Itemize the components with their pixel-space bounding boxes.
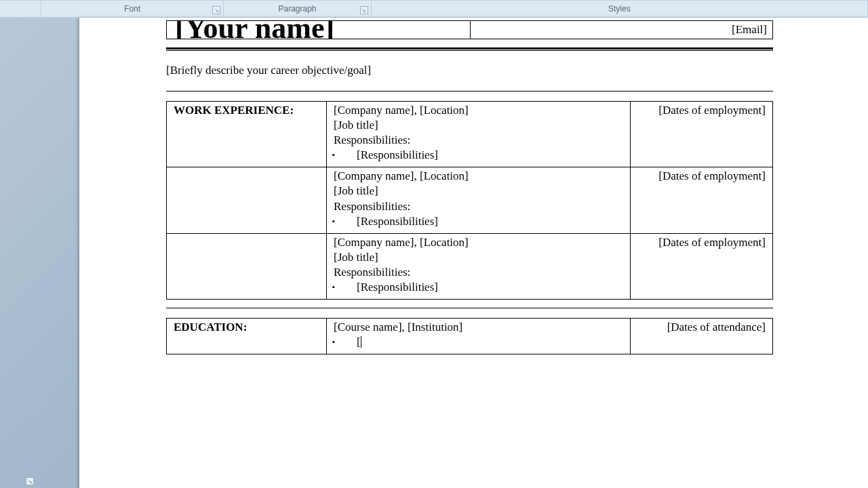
work-experience-heading-empty[interactable] (167, 167, 327, 233)
thin-divider-2 (166, 308, 773, 308)
document-workspace: [Your name] [Email] [Briefly describe yo… (0, 18, 868, 488)
table-row: WORK EXPERIENCE: [Company name], [Locati… (167, 101, 773, 167)
company-location[interactable]: [Company name], [Location] (334, 235, 623, 250)
your-name-placeholder[interactable]: [Your name] (175, 21, 334, 39)
company-location[interactable]: [Company name], [Location] (334, 169, 623, 184)
job-title[interactable]: [Job title] (334, 184, 623, 199)
responsibilities-label[interactable]: Responsibilities: (334, 199, 623, 214)
responsibilities-label[interactable]: Responsibilities: (334, 133, 623, 148)
ribbon-group-para-label: Paragraph (278, 4, 316, 14)
objective-text[interactable]: [Briefly describe your career objective/… (166, 63, 773, 79)
attendance-dates[interactable]: [Dates of attendance] (631, 319, 773, 354)
paragraph-group-launcher[interactable] (360, 6, 368, 14)
email-placeholder[interactable]: [Email] (732, 23, 767, 36)
work-experience-heading[interactable]: WORK EXPERIENCE: (167, 101, 327, 167)
education-entry-details[interactable]: [Course name], [Institution] [ (327, 319, 631, 354)
employment-dates[interactable]: [Dates of employment] (631, 167, 773, 233)
education-bullet[interactable]: [ (357, 335, 623, 350)
responsibility-bullet[interactable]: [Responsibilities] (357, 214, 623, 229)
job-title[interactable]: [Job title] (334, 250, 623, 265)
education-table: EDUCATION: [Course name], [Institution] … (166, 318, 773, 354)
resume-content: [Your name] [Email] [Briefly describe yo… (166, 20, 773, 354)
employment-dates[interactable]: [Dates of employment] (631, 233, 773, 299)
ribbon-group-font: Font (41, 1, 224, 17)
table-row: [Company name], [Location] [Job title] R… (167, 233, 773, 299)
responsibility-bullet[interactable]: [Responsibilities] (357, 148, 623, 163)
header-row: [Your name] [Email] (166, 20, 773, 39)
responsibility-bullet[interactable]: [Responsibilities] (357, 280, 623, 295)
font-group-launcher[interactable] (212, 6, 220, 14)
thick-divider (166, 47, 773, 51)
ribbon-group-styles-label: Styles (608, 4, 631, 14)
header-name-cell[interactable]: [Your name] (167, 21, 471, 39)
ribbon-group-styles: Styles (372, 1, 868, 17)
education-heading[interactable]: EDUCATION: (167, 319, 327, 354)
ribbon-group-font-label: Font (124, 4, 140, 14)
header-email-cell[interactable]: [Email] (471, 21, 772, 39)
work-entry-details[interactable]: [Company name], [Location] [Job title] R… (327, 167, 631, 233)
employment-dates[interactable]: [Dates of employment] (631, 101, 773, 167)
responsibilities-label[interactable]: Responsibilities: (334, 265, 623, 280)
work-experience-table: WORK EXPERIENCE: [Company name], [Locati… (166, 101, 773, 300)
course-institution[interactable]: [Course name], [Institution] (334, 320, 623, 335)
job-title[interactable]: [Job title] (334, 118, 623, 133)
work-entry-details[interactable]: [Company name], [Location] [Job title] R… (327, 233, 631, 299)
work-experience-heading-empty[interactable] (167, 233, 327, 299)
thin-divider-1 (166, 91, 773, 92)
table-row: [Company name], [Location] [Job title] R… (167, 167, 773, 233)
text-cursor: [ (357, 336, 361, 348)
ribbon-group-paragraph: Paragraph (224, 1, 372, 17)
document-page[interactable]: [Your name] [Email] [Briefly describe yo… (79, 18, 868, 488)
work-entry-details[interactable]: [Company name], [Location] [Job title] R… (327, 101, 631, 167)
company-location[interactable]: [Company name], [Location] (334, 103, 623, 118)
table-row: EDUCATION: [Course name], [Institution] … (167, 319, 773, 354)
ribbon-group-labels-row: Font Paragraph Styles (0, 0, 868, 18)
